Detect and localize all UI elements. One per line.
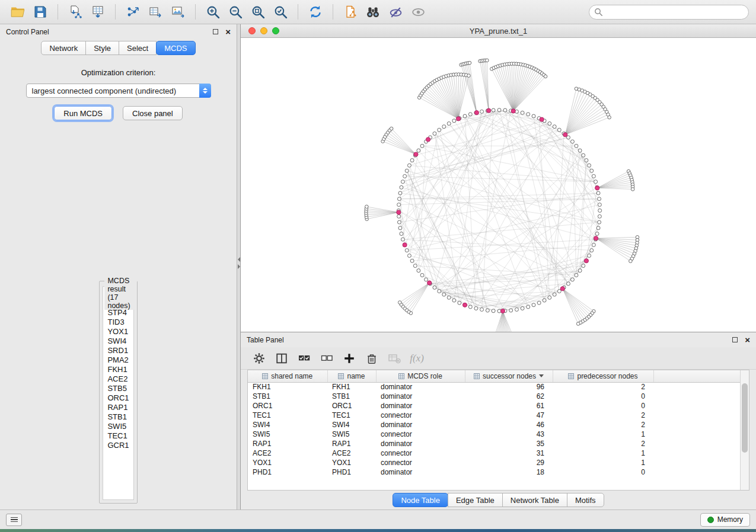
export-network-icon	[126, 5, 140, 19]
find-button[interactable]	[362, 2, 384, 21]
mcds-result-item[interactable]: RAP1	[107, 403, 129, 412]
mcds-result-item[interactable]: ACE2	[107, 374, 129, 384]
table-row[interactable]: SWI5SWI5connector431	[248, 430, 740, 439]
collapse-left-icon[interactable]	[238, 257, 240, 262]
column-header-name[interactable]: name	[327, 370, 376, 382]
add-column-button[interactable]	[340, 350, 358, 367]
tab-node-table[interactable]: Node Table	[393, 493, 448, 507]
mcds-result-item[interactable]: FKH1	[107, 365, 129, 374]
save-session-button[interactable]	[30, 2, 51, 21]
show-hide-button[interactable]	[407, 2, 429, 21]
dropdown-stepper-icon	[199, 84, 211, 98]
column-header-mcds-role[interactable]: MCDS role	[376, 370, 465, 382]
table-row[interactable]: FKH1FKH1dominator962	[248, 382, 740, 392]
table-row[interactable]: TEC1TEC1connector472	[248, 411, 740, 420]
new-network-from-selection-button[interactable]	[340, 2, 361, 21]
network-canvas-svg	[241, 38, 756, 332]
mcds-result-item[interactable]: PMA2	[107, 355, 129, 365]
maximize-window-icon[interactable]	[272, 27, 279, 34]
mcds-result-list[interactable]: PHD1CAR1STP4TID3YOX1SWI4SRD1PMA2FKH1ACE2…	[103, 286, 133, 500]
close-panel-icon[interactable]: ×	[225, 29, 231, 34]
column-header-predecessor-nodes[interactable]: predecessor nodes	[553, 370, 653, 382]
zoom-fit-button[interactable]	[247, 2, 269, 21]
mcds-result-item[interactable]: GCR1	[107, 441, 129, 450]
zoom-selected-button[interactable]	[270, 2, 291, 21]
zoom-out-button[interactable]	[225, 2, 246, 21]
table-row[interactable]: ACE2ACE2connector311	[248, 448, 740, 458]
tab-network[interactable]: Network	[41, 41, 86, 55]
criterion-dropdown[interactable]: largest connected component (undirected)	[26, 84, 211, 98]
collapse-right-icon[interactable]	[238, 264, 240, 269]
mcds-result-item[interactable]: SRD1	[107, 346, 129, 355]
main-area: Control Panel × Network Style Select MCD…	[0, 24, 756, 509]
search-box	[589, 5, 749, 20]
toolbar-separator	[195, 4, 196, 20]
float-table-panel-icon[interactable]	[732, 337, 738, 342]
export-table-button[interactable]	[145, 2, 166, 21]
zoom-in-button[interactable]	[202, 2, 224, 21]
mcds-result-item[interactable]: SWI4	[107, 336, 129, 346]
tab-motifs[interactable]: Motifs	[567, 493, 604, 507]
mcds-result-item[interactable]: TID3	[107, 318, 129, 327]
table-row[interactable]: YOX1YOX1connector291	[248, 458, 740, 467]
tab-mcds[interactable]: MCDS	[156, 41, 195, 55]
table-row[interactable]: ORC1ORC1dominator610	[248, 401, 740, 411]
control-panel-title: Control Panel	[6, 28, 49, 36]
refresh-layout-icon	[308, 4, 323, 20]
mcds-result-item[interactable]: SWI5	[107, 422, 129, 431]
import-table-button[interactable]	[87, 2, 109, 21]
network-canvas[interactable]	[241, 38, 756, 332]
column-header-successor-nodes[interactable]: successor nodes	[465, 370, 553, 382]
search-input[interactable]	[589, 5, 749, 20]
column-header-shared-name[interactable]: shared name	[248, 370, 327, 382]
scrollbar-thumb[interactable]	[742, 383, 748, 453]
export-network-button[interactable]	[122, 2, 143, 21]
deselect-all-button[interactable]	[318, 350, 336, 367]
close-panel-button[interactable]: Close panel	[123, 106, 183, 120]
memory-button[interactable]: Memory	[700, 513, 750, 527]
import-network-button[interactable]	[65, 2, 86, 21]
table-panel-header: Table Panel ×	[241, 332, 756, 347]
network-window-titlebar[interactable]: YPA_prune.txt_1	[241, 24, 756, 38]
run-mcds-button[interactable]: Run MCDS	[54, 106, 112, 120]
close-table-panel-icon[interactable]: ×	[745, 337, 750, 342]
trash-icon	[365, 352, 378, 365]
table-vertical-scrollbar[interactable]	[740, 370, 749, 490]
column-menu-icon	[474, 373, 480, 379]
status-menu-button[interactable]	[6, 514, 22, 526]
mcds-result-item[interactable]: STB5	[107, 384, 129, 393]
minimize-window-icon[interactable]	[260, 27, 267, 34]
toggle-column-display-button[interactable]	[273, 350, 291, 367]
tab-edge-table[interactable]: Edge Table	[448, 493, 503, 507]
table-row[interactable]: PHD1PHD1dominator180	[248, 467, 740, 477]
close-window-icon[interactable]	[248, 27, 256, 34]
table-tab-bar: Node Table Edge Table Network Table Moti…	[241, 491, 756, 509]
control-panel-header: Control Panel ×	[0, 24, 237, 39]
column-menu-icon	[398, 373, 404, 379]
table-row[interactable]: STB1STB1dominator620	[248, 392, 740, 401]
toggle-graphics-details-button[interactable]	[385, 2, 406, 21]
open-session-button[interactable]	[7, 2, 28, 21]
mcds-result-item[interactable]: YOX1	[107, 327, 129, 336]
export-image-button[interactable]	[167, 2, 189, 21]
table-row[interactable]: SWI4SWI4dominator462	[248, 420, 740, 430]
mcds-result-item[interactable]: ORC1	[107, 393, 129, 403]
delete-column-button[interactable]	[363, 350, 381, 367]
node-table-scroll-area[interactable]: shared name name MCDS role successor nod…	[248, 370, 740, 490]
memory-status-dot	[707, 517, 714, 523]
float-panel-icon[interactable]	[213, 29, 218, 34]
tab-style[interactable]: Style	[85, 41, 119, 55]
function-builder-button-disabled: f(x)	[408, 350, 426, 367]
table-row[interactable]: RAP1RAP1dominator352	[248, 439, 740, 448]
table-settings-button[interactable]	[250, 350, 268, 367]
panel-resize-sash[interactable]	[237, 24, 241, 509]
zoom-fit-icon	[251, 5, 266, 20]
tab-select[interactable]: Select	[119, 41, 157, 55]
control-panel: Control Panel × Network Style Select MCD…	[0, 24, 237, 509]
node-table-body: FKH1FKH1dominator962STB1STB1dominator620…	[248, 382, 740, 477]
apply-layout-button[interactable]	[305, 2, 326, 21]
mcds-result-item[interactable]: STB1	[107, 412, 129, 422]
mcds-result-item[interactable]: TEC1	[107, 431, 129, 441]
tab-network-table[interactable]: Network Table	[502, 493, 567, 507]
select-all-button[interactable]	[295, 350, 313, 367]
